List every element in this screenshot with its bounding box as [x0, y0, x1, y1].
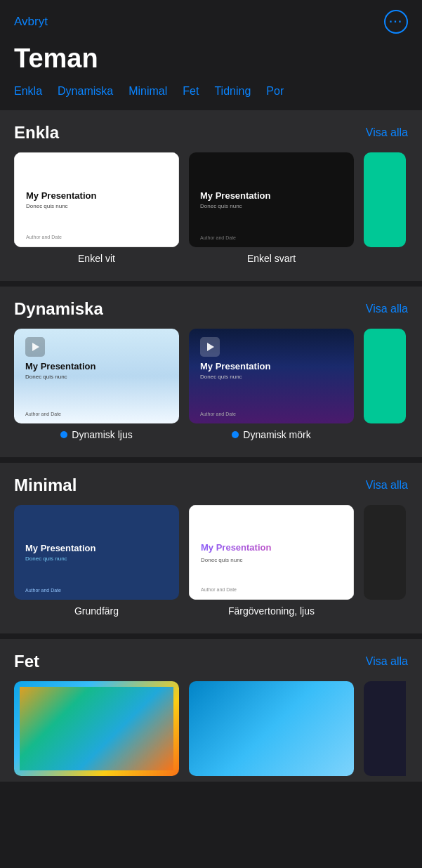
section-fet-header: Fet Visa alla [0, 652, 422, 681]
nav-item-enkla[interactable]: Enkla [14, 85, 42, 98]
pres-subtitle: Donec quis nunc [25, 374, 168, 380]
section-minimal-header: Minimal Visa alla [0, 475, 422, 505]
pres-subtitle: Donec quis nunc [200, 374, 343, 380]
enkla-themes-row: My Presentation Donec quis nunc Author a… [0, 152, 422, 264]
theme-thumbnail-fet-2 [189, 681, 354, 776]
theme-thumbnail-enkel-svart: My Presentation Donec quis nunc Author a… [189, 152, 354, 247]
theme-card-partial-dynamiska [364, 329, 406, 440]
theme-label-dynamisk-ljus: Dynamisk ljus [60, 429, 132, 440]
fet-view-all-button[interactable]: Visa alla [366, 655, 408, 668]
play-icon [25, 337, 45, 357]
category-nav: Enkla Dynamiska Minimal Fet Tidning Por [0, 85, 422, 110]
nav-item-tidning[interactable]: Tidning [214, 85, 251, 98]
pres-author: Author and Date [26, 235, 62, 239]
theme-label-dynamisk-mork: Dynamisk mörk [232, 429, 310, 440]
dot-icon [60, 431, 67, 438]
theme-card-fet-1[interactable] [14, 681, 179, 782]
theme-thumbnail-fargövertoning: My Presentation Donec quis nunc Author a… [189, 505, 354, 600]
theme-card-fet-2[interactable] [189, 681, 354, 782]
theme-thumbnail-fet-1 [14, 681, 179, 776]
section-dynamiska: Dynamiska Visa alla My Presentation Done… [0, 287, 422, 457]
more-button[interactable]: ··· [384, 10, 408, 34]
dynamiska-view-all-button[interactable]: Visa alla [366, 303, 408, 315]
theme-label-enkel-svart: Enkel svart [247, 253, 296, 264]
nav-item-dynamiska[interactable]: Dynamiska [58, 85, 113, 98]
theme-thumbnail-dynamisk-ljus: My Presentation Donec quis nunc Author a… [14, 329, 179, 423]
pres-title: My Presentation [25, 361, 168, 371]
section-fet: Fet Visa alla [0, 639, 422, 782]
theme-card-partial-enkla [364, 152, 406, 264]
thumb-partial-green [364, 152, 406, 247]
pres-title: My Presentation [26, 190, 167, 201]
pres-author: Author and Date [25, 588, 61, 593]
pres-author: Author and Date [201, 587, 237, 592]
section-enkla-title: Enkla [14, 123, 59, 143]
pres-title: My Presentation [25, 543, 168, 553]
theme-label-enkel-vit: Enkel vit [78, 253, 115, 264]
section-minimal: Minimal Visa alla My Presentation Donec … [0, 463, 422, 633]
pres-author: Author and Date [200, 235, 236, 240]
label-text: Dynamisk mörk [243, 429, 310, 440]
pres-subtitle: Donec quis nunc [200, 203, 343, 209]
theme-label-grundfarg: Grundfärg [74, 605, 119, 617]
section-fet-title: Fet [14, 652, 39, 671]
theme-card-partial-fet [364, 681, 406, 782]
play-triangle [32, 343, 39, 351]
theme-card-fargövertoning[interactable]: My Presentation Donec quis nunc Author a… [189, 505, 354, 617]
thumb-partial-fet [364, 681, 406, 776]
dot-icon [232, 431, 239, 438]
play-icon [200, 337, 220, 357]
section-enkla-header: Enkla Visa alla [0, 123, 422, 152]
pres-author: Author and Date [200, 412, 236, 416]
section-dynamiska-title: Dynamiska [14, 299, 103, 319]
minimal-view-all-button[interactable]: Visa alla [366, 479, 408, 492]
pres-subtitle: Donec quis nunc [26, 203, 167, 209]
theme-thumbnail-dynamisk-mork: My Presentation Donec quis nunc Author a… [189, 329, 354, 423]
minimal-themes-row: My Presentation Donec quis nunc Author a… [0, 505, 422, 617]
theme-card-enkel-vit[interactable]: My Presentation Donec quis nunc Author a… [14, 152, 179, 264]
nav-item-fet[interactable]: Fet [183, 85, 199, 98]
theme-label-fargövertoning: Färgövertoning, ljus [228, 605, 315, 617]
header: Avbryt ··· [0, 0, 422, 41]
pres-subtitle: Donec quis nunc [25, 555, 168, 562]
nav-item-minimal[interactable]: Minimal [128, 85, 167, 98]
label-text: Dynamisk ljus [72, 429, 132, 440]
section-enkla: Enkla Visa alla My Presentation Donec qu… [0, 110, 422, 281]
play-triangle [207, 343, 214, 351]
thumb-partial-dark [364, 505, 406, 600]
nav-item-por[interactable]: Por [266, 85, 284, 98]
theme-card-enkel-svart[interactable]: My Presentation Donec quis nunc Author a… [189, 152, 354, 264]
cancel-button[interactable]: Avbryt [14, 15, 48, 29]
thumb-partial-green-2 [364, 329, 406, 423]
section-dynamiska-header: Dynamiska Visa alla [0, 299, 422, 329]
theme-thumbnail-grundfarg: My Presentation Donec quis nunc Author a… [14, 505, 179, 600]
fet-themes-row [0, 681, 422, 782]
section-minimal-title: Minimal [14, 475, 77, 495]
theme-card-grundfarg[interactable]: My Presentation Donec quis nunc Author a… [14, 505, 179, 617]
theme-card-partial-minimal [364, 505, 406, 617]
pres-title: My Presentation [200, 361, 343, 371]
enkla-view-all-button[interactable]: Visa alla [366, 126, 408, 139]
more-dots-icon: ··· [389, 16, 402, 27]
pres-title: My Presentation [201, 542, 342, 553]
theme-thumbnail-enkel-vit: My Presentation Donec quis nunc Author a… [14, 152, 179, 247]
page-title: Teman [0, 41, 422, 85]
pres-title: My Presentation [200, 190, 343, 201]
dynamiska-themes-row: My Presentation Donec quis nunc Author a… [0, 329, 422, 440]
theme-card-dynamisk-mork[interactable]: My Presentation Donec quis nunc Author a… [189, 329, 354, 440]
pres-subtitle: Donec quis nunc [201, 557, 342, 563]
theme-card-dynamisk-ljus[interactable]: My Presentation Donec quis nunc Author a… [14, 329, 179, 440]
pres-author: Author and Date [25, 412, 61, 416]
